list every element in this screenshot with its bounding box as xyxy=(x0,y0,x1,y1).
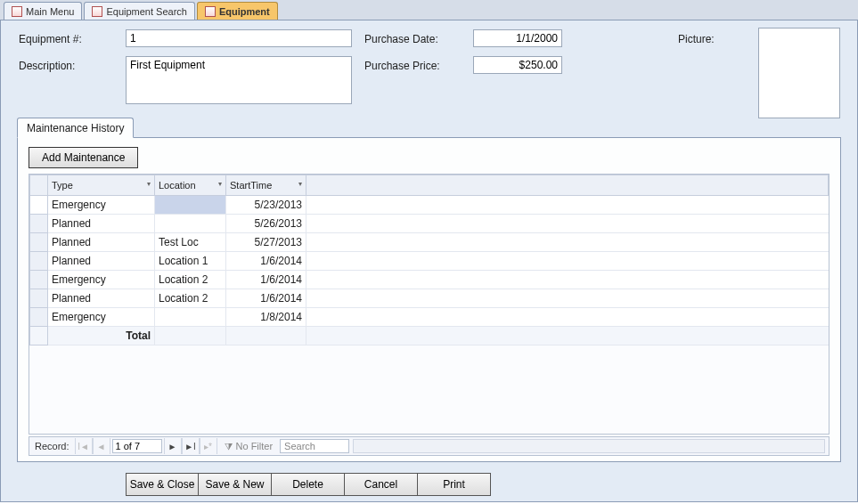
tab-label: Main Menu xyxy=(26,6,74,17)
table-row[interactable]: Planned5/26/2013 xyxy=(30,215,829,233)
cell-location[interactable]: Location 1 xyxy=(155,252,226,271)
picture-box[interactable] xyxy=(758,28,840,118)
cell-starttime[interactable]: 1/6/2014 xyxy=(226,252,306,271)
tab-bar: Main Menu Equipment Search Equipment xyxy=(0,0,858,20)
row-selector[interactable] xyxy=(30,215,48,233)
cell-location[interactable] xyxy=(155,215,226,233)
record-label: Record: xyxy=(29,441,75,451)
cell-type[interactable]: Planned xyxy=(48,252,155,271)
table-total-row: Total xyxy=(30,327,829,345)
cell-starttime xyxy=(226,327,306,345)
cell-location[interactable]: Location 2 xyxy=(155,289,226,308)
cell-type[interactable]: Planned xyxy=(48,289,155,308)
purchase-price-label: Purchase Price: xyxy=(364,60,440,72)
record-position-input[interactable] xyxy=(112,439,162,453)
cell-location[interactable]: Location 2 xyxy=(155,271,226,289)
cell-location[interactable] xyxy=(155,308,226,327)
row-header-corner[interactable] xyxy=(30,175,48,196)
print-button[interactable]: Print xyxy=(418,473,491,496)
description-label: Description: xyxy=(19,60,75,72)
purchase-date-label: Purchase Date: xyxy=(364,33,438,45)
chevron-down-icon[interactable]: ▾ xyxy=(298,180,302,188)
col-filler xyxy=(306,175,829,196)
row-selector[interactable] xyxy=(30,233,48,252)
tab-label: Equipment Search xyxy=(106,6,187,17)
cell-filler xyxy=(306,233,829,252)
col-location[interactable]: Location▾ xyxy=(155,175,226,196)
nav-first-button[interactable]: I◄ xyxy=(75,438,93,454)
cell-filler xyxy=(306,252,829,271)
cell-starttime[interactable]: 1/6/2014 xyxy=(226,271,306,289)
row-selector xyxy=(30,327,48,345)
add-maintenance-button[interactable]: Add Maintenance xyxy=(29,147,138,168)
row-selector[interactable] xyxy=(30,289,48,308)
form-icon xyxy=(205,6,216,17)
tab-maintenance-history[interactable]: Maintenance History xyxy=(17,118,134,138)
row-selector[interactable] xyxy=(30,252,48,271)
maintenance-grid[interactable]: Type▾ Location▾ StartTime▾ Emergency5/23… xyxy=(29,174,829,435)
save-new-button[interactable]: Save & New xyxy=(199,473,272,496)
form-icon xyxy=(12,6,22,17)
cell-filler xyxy=(306,308,829,327)
table-row[interactable]: Emergency5/23/2013 xyxy=(30,196,829,215)
delete-button[interactable]: Delete xyxy=(272,473,345,496)
cell-filler xyxy=(306,327,829,345)
nav-last-button[interactable]: ►I xyxy=(182,438,200,454)
table-row[interactable]: PlannedLocation 11/6/2014 xyxy=(30,252,829,271)
table-row[interactable]: Emergency1/8/2014 xyxy=(30,308,829,327)
description-input[interactable] xyxy=(126,56,352,104)
table-row[interactable]: EmergencyLocation 21/6/2014 xyxy=(30,271,829,289)
cell-location[interactable] xyxy=(155,196,226,215)
maintenance-table: Type▾ Location▾ StartTime▾ Emergency5/23… xyxy=(29,175,829,345)
nav-prev-button[interactable]: ◄ xyxy=(93,438,110,454)
filter-indicator[interactable]: ⧩ No Filter xyxy=(217,441,281,452)
cell-filler xyxy=(306,215,829,233)
cell-filler xyxy=(306,271,829,289)
nav-next-button[interactable]: ► xyxy=(164,438,182,454)
tab-equipment[interactable]: Equipment xyxy=(197,2,278,20)
purchase-price-input[interactable] xyxy=(473,56,562,74)
table-row[interactable]: PlannedTest Loc5/27/2013 xyxy=(30,233,829,252)
col-type[interactable]: Type▾ xyxy=(48,175,155,196)
chevron-down-icon[interactable]: ▾ xyxy=(147,180,151,188)
equipment-num-input[interactable] xyxy=(126,29,352,47)
nav-new-button[interactable]: ▸* xyxy=(200,438,217,454)
cell-starttime[interactable]: 1/6/2014 xyxy=(226,289,306,308)
picture-label: Picture: xyxy=(678,33,715,45)
search-input[interactable] xyxy=(280,439,349,453)
row-selector[interactable] xyxy=(30,308,48,327)
cell-location[interactable]: Test Loc xyxy=(155,233,226,252)
form-icon xyxy=(92,6,102,17)
cell-type[interactable]: Planned xyxy=(48,233,155,252)
tab-equipment-search[interactable]: Equipment Search xyxy=(84,2,195,20)
cell-starttime[interactable]: 5/23/2013 xyxy=(226,196,306,215)
cell-type[interactable]: Planned xyxy=(48,215,155,233)
purchase-date-input[interactable] xyxy=(473,29,562,47)
record-navigator: Record: I◄ ◄ ► ►I ▸* ⧩ No Filter xyxy=(29,436,829,456)
cell-starttime[interactable]: 5/26/2013 xyxy=(226,215,306,233)
cell-type[interactable]: Emergency xyxy=(48,196,155,215)
equipment-num-label: Equipment #: xyxy=(19,33,82,45)
app-window: Main Menu Equipment Search Equipment Equ… xyxy=(0,0,858,504)
tab-label: Equipment xyxy=(219,6,270,17)
row-selector[interactable] xyxy=(30,271,48,289)
subform-tabstrip: Maintenance History xyxy=(17,118,134,138)
chevron-down-icon[interactable]: ▾ xyxy=(218,180,222,188)
total-label: Total xyxy=(48,327,155,345)
action-bar: Save & Close Save & New Delete Cancel Pr… xyxy=(126,473,491,496)
table-row[interactable]: PlannedLocation 21/6/2014 xyxy=(30,289,829,308)
cell-starttime[interactable]: 1/8/2014 xyxy=(226,308,306,327)
tab-main-menu[interactable]: Main Menu xyxy=(4,2,82,20)
horizontal-scrollbar[interactable] xyxy=(353,439,825,453)
form-area: Equipment #: Description: Purchase Date:… xyxy=(0,20,858,502)
row-selector[interactable] xyxy=(30,196,48,215)
cancel-button[interactable]: Cancel xyxy=(345,473,418,496)
col-starttime[interactable]: StartTime▾ xyxy=(226,175,306,196)
save-close-button[interactable]: Save & Close xyxy=(126,473,199,496)
cell-filler xyxy=(306,289,829,308)
cell-type[interactable]: Emergency xyxy=(48,308,155,327)
filter-label: No Filter xyxy=(236,441,274,451)
cell-type[interactable]: Emergency xyxy=(48,271,155,289)
cell-filler xyxy=(306,196,829,215)
cell-starttime[interactable]: 5/27/2013 xyxy=(226,233,306,252)
